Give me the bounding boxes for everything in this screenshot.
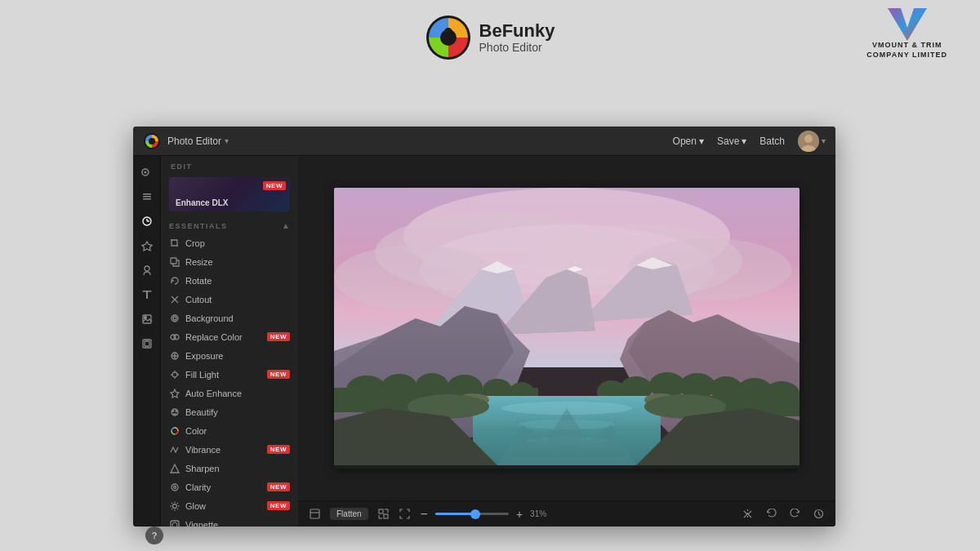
rotate-label: Rotate xyxy=(185,276,290,286)
svg-marker-17 xyxy=(142,242,152,251)
resize-label: Resize xyxy=(185,257,290,267)
color-icon xyxy=(169,425,180,436)
layers-icon-btn[interactable] xyxy=(136,185,158,208)
zoom-percent: 31% xyxy=(530,509,553,518)
svg-rect-25 xyxy=(171,258,176,264)
svg-point-31 xyxy=(174,335,179,340)
flatten-button[interactable]: Flatten xyxy=(330,508,368,520)
menu-item-sharpen[interactable]: Sharpen xyxy=(161,459,298,478)
menu-item-beautify[interactable]: Beautify xyxy=(161,402,298,421)
save-button[interactable]: Save▾ xyxy=(710,132,753,150)
exposure-label: Exposure xyxy=(185,351,290,361)
essentials-collapse-icon[interactable]: ▲ xyxy=(282,221,290,230)
edit-section-label: EDIT xyxy=(161,156,298,174)
zoom-in-button[interactable]: + xyxy=(513,506,526,522)
svg-line-51 xyxy=(172,503,172,504)
svg-rect-12 xyxy=(143,196,151,198)
svg-point-29 xyxy=(173,317,176,320)
menu-item-replace-color[interactable]: Replace Color NEW xyxy=(161,327,298,346)
header-chevron-icon: ▾ xyxy=(225,136,229,145)
zoom-slider[interactable] xyxy=(435,513,509,515)
menu-item-vibrance[interactable]: Vibrance NEW xyxy=(161,440,298,459)
history-button[interactable] xyxy=(810,507,827,521)
essentials-header: ESSENTIALS ▲ xyxy=(161,218,298,233)
help-button[interactable]: ? xyxy=(145,527,163,544)
zoom-slider-thumb[interactable] xyxy=(470,509,480,519)
touch-up-icon-btn[interactable] xyxy=(136,259,158,282)
vignette-label: Vignette xyxy=(185,520,290,527)
svg-point-18 xyxy=(145,266,149,271)
menu-item-glow[interactable]: Glow NEW xyxy=(161,496,298,515)
svg-marker-38 xyxy=(171,389,179,398)
batch-button[interactable]: Batch xyxy=(753,132,791,150)
svg-rect-13 xyxy=(143,198,151,200)
fit-icon-btn[interactable] xyxy=(375,507,392,521)
menu-item-exposure[interactable]: Exposure xyxy=(161,346,298,365)
edit-icon-btn[interactable] xyxy=(136,210,158,233)
svg-line-52 xyxy=(177,509,178,509)
frames-icon-btn[interactable] xyxy=(136,332,158,355)
editor-body: EDIT Enhance DLX NEW ESSENTIALS ▲ xyxy=(133,156,835,527)
sharpen-label: Sharpen xyxy=(185,464,290,473)
cutout-icon xyxy=(169,294,180,304)
photo-canvas xyxy=(334,188,800,469)
menu-item-resize[interactable]: Resize xyxy=(161,252,298,271)
vmount-text: VMOUNT & TRIM COMPANY LIMITED xyxy=(866,41,947,60)
undo-button[interactable] xyxy=(763,507,780,521)
logo-text: BeFunky Photo Editor xyxy=(479,21,555,54)
open-button[interactable]: Open▾ xyxy=(666,132,710,150)
svg-rect-107 xyxy=(379,509,383,513)
vibrance-icon xyxy=(169,444,180,455)
replace-color-label: Replace Color xyxy=(185,332,261,342)
menu-item-cutout[interactable]: Cutout xyxy=(161,290,298,309)
left-panel: EDIT Enhance DLX NEW ESSENTIALS ▲ xyxy=(161,156,298,527)
menu-item-color[interactable]: Color xyxy=(161,421,298,440)
menu-item-rotate[interactable]: Rotate xyxy=(161,271,298,290)
rotate-icon xyxy=(169,275,180,286)
logo-name: BeFunky xyxy=(479,21,555,41)
enhance-card[interactable]: Enhance DLX NEW xyxy=(169,177,290,211)
editor-window: Photo Editor ▾ Open▾ Save▾ Batch ▾ xyxy=(133,127,835,527)
vmount-v-icon xyxy=(888,8,927,41)
graphics-icon-btn[interactable] xyxy=(136,308,158,331)
menu-item-background[interactable]: Background xyxy=(161,309,298,327)
menu-item-fill-light[interactable]: Fill Light NEW xyxy=(161,365,298,384)
text-icon-btn[interactable] xyxy=(136,283,158,306)
zoom-out-button[interactable]: − xyxy=(417,505,431,523)
sharpen-icon xyxy=(169,463,180,473)
menu-item-crop[interactable]: Crop xyxy=(161,233,298,252)
svg-rect-108 xyxy=(384,514,388,518)
effects-icon-btn[interactable] xyxy=(136,234,158,257)
essentials-label: ESSENTIALS xyxy=(169,222,228,230)
auto-enhance-icon xyxy=(169,388,180,398)
svg-point-7 xyxy=(804,135,813,143)
svg-point-56 xyxy=(172,522,177,527)
crop-label: Crop xyxy=(185,238,290,248)
header-title: Photo Editor xyxy=(167,136,221,147)
svg-line-54 xyxy=(172,509,172,509)
befunky-logo-icon xyxy=(425,15,471,60)
fullscreen-icon-btn[interactable] xyxy=(396,507,413,521)
svg-rect-104 xyxy=(334,188,800,465)
menu-item-clarity[interactable]: Clarity NEW xyxy=(161,478,298,496)
home-icon-btn[interactable] xyxy=(136,161,158,184)
svg-point-46 xyxy=(172,504,176,508)
svg-rect-11 xyxy=(143,193,151,195)
header-logo-icon xyxy=(143,132,161,150)
menu-item-auto-enhance[interactable]: Auto Enhance xyxy=(161,384,298,402)
redo-button[interactable] xyxy=(786,507,804,521)
flatten-icon-btn[interactable] xyxy=(306,507,323,521)
menu-item-vignette[interactable]: Vignette xyxy=(161,515,298,527)
flip-icon-btn[interactable] xyxy=(739,507,756,521)
zoom-slider-fill xyxy=(435,513,476,515)
glow-badge: NEW xyxy=(267,501,290,510)
canvas-area: Flatten − + 31% xyxy=(298,156,835,527)
svg-rect-105 xyxy=(310,509,319,518)
auto-enhance-label: Auto Enhance xyxy=(185,389,290,398)
svg-point-5 xyxy=(149,138,155,144)
menu-items-list: Crop Resize Rotate xyxy=(161,233,298,527)
avatar[interactable] xyxy=(798,131,819,152)
beautify-label: Beautify xyxy=(185,407,290,417)
glow-icon xyxy=(169,500,180,511)
svg-point-2 xyxy=(444,28,452,36)
